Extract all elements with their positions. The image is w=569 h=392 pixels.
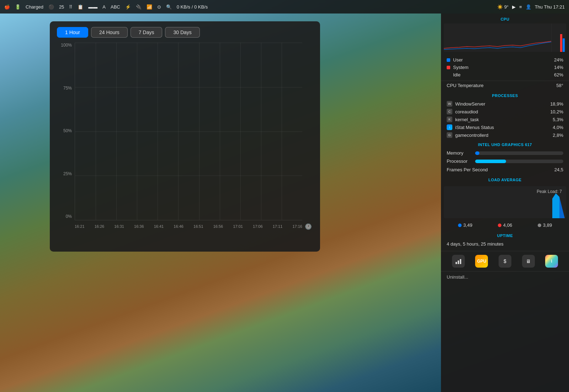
font-abc: ABC bbox=[111, 4, 120, 10]
gpu-section-header: INTEL UHD GRAPHICS 617 bbox=[441, 139, 569, 149]
mini-graph-side bbox=[552, 23, 566, 52]
menu-extras-icon[interactable]: ≡ bbox=[519, 4, 522, 10]
process-istat-value: 4,0% bbox=[553, 125, 563, 130]
svg-marker-1 bbox=[552, 193, 559, 218]
vgrid-5 bbox=[178, 43, 179, 220]
process-coreaudiod-label: C coreaudiod bbox=[447, 109, 550, 114]
gpu-memory-fill bbox=[475, 151, 479, 155]
x-label-6: 16:51 bbox=[193, 224, 203, 229]
gpu-memory-row: Memory bbox=[441, 149, 569, 157]
vgrid-2 bbox=[116, 43, 117, 220]
load-5min-value: 4,06 bbox=[503, 222, 512, 228]
load-section-header: LOAD AVERAGE bbox=[441, 174, 569, 184]
process-kernel: K kernel_task 5,3% bbox=[441, 116, 569, 123]
battery-status: Charged bbox=[26, 4, 43, 10]
mercury-icon: ⚫ bbox=[48, 4, 54, 10]
wifi-icon: 📶 bbox=[147, 4, 152, 10]
tab-7days[interactable]: 7 Days bbox=[131, 27, 163, 38]
menubar-left: 🍎 🔋 Charged ⚫ 25 ⠿ 📋 ▬▬ A ABC ⚡ 🔌 📶 ⊙ 🔍 … bbox=[4, 4, 497, 10]
process-gamecontrollerd: G gamecontrollerd 2,8% bbox=[441, 131, 569, 139]
process-icon-ws: W bbox=[447, 101, 452, 107]
grid-line-50 bbox=[75, 131, 302, 132]
mini-cpu-graph bbox=[444, 23, 566, 52]
load-graph: Peak Load: 7 bbox=[444, 186, 566, 218]
toolbar-btn-display[interactable]: 🖥 bbox=[522, 255, 535, 268]
cpu-system-row: System 14% bbox=[447, 64, 563, 71]
temp-display: ☀️ 9° bbox=[497, 4, 509, 10]
load-1min-value: 3,49 bbox=[463, 222, 472, 228]
cpu-section-header: CPU bbox=[441, 14, 569, 23]
cpu-temp-value: 58° bbox=[556, 83, 563, 88]
menubar-datetime: Thu Thu 17:21 bbox=[535, 4, 565, 10]
menubar: 🍎 🔋 Charged ⚫ 25 ⠿ 📋 ▬▬ A ABC ⚡ 🔌 📶 ⊙ 🔍 … bbox=[0, 0, 569, 14]
location-icon: ⊙ bbox=[157, 4, 161, 10]
svg-rect-2 bbox=[456, 262, 457, 264]
y-label-100: 100% bbox=[57, 43, 74, 48]
uptime-section-header: UPTIME bbox=[441, 230, 569, 240]
tab-30days[interactable]: 30 Days bbox=[165, 27, 200, 38]
svg-rect-4 bbox=[460, 259, 461, 264]
uptime-row: 4 days, 5 hours, 25 minutes bbox=[447, 241, 563, 247]
cpu-user-value: 24% bbox=[554, 57, 563, 63]
search-icon[interactable]: 🔍 bbox=[166, 4, 172, 10]
process-icon-gc: G bbox=[447, 132, 452, 138]
battery2-icon: 🔌 bbox=[136, 4, 142, 10]
tab-24hours[interactable]: 24 Hours bbox=[91, 27, 128, 38]
cpu-system-value: 14% bbox=[554, 65, 563, 70]
uptime-section: 4 days, 5 hours, 25 minutes bbox=[441, 240, 569, 249]
cpu-user-label: User bbox=[447, 57, 463, 63]
load-spike-svg bbox=[545, 192, 565, 218]
grid-line-75 bbox=[75, 87, 302, 87]
cpu-wave-svg bbox=[444, 39, 551, 50]
gpu-memory-track bbox=[475, 151, 563, 155]
cpu-graph-panel: 1 Hour 24 Hours 7 Days 30 Days 100% 75% … bbox=[50, 21, 320, 252]
x-label-10: 17:11 bbox=[273, 224, 283, 229]
process-coreaudiod-value: 10,2% bbox=[550, 109, 563, 114]
vgrid-7 bbox=[220, 43, 220, 220]
gpu-processor-track bbox=[475, 160, 563, 163]
vgrid-4 bbox=[158, 43, 158, 220]
load-dot-gray bbox=[538, 224, 541, 227]
gpu-processor-label: Processor bbox=[447, 159, 472, 164]
uninstall-button[interactable]: Uninstall... bbox=[447, 274, 468, 280]
tab-1hour[interactable]: 1 Hour bbox=[57, 27, 88, 38]
play-icon[interactable]: ▶ bbox=[512, 4, 516, 10]
y-label-25: 25% bbox=[57, 171, 74, 176]
process-icon-kt: K bbox=[447, 117, 452, 122]
bluetooth-icon: ⚡ bbox=[125, 4, 131, 10]
cpu-idle-row: Idle 62% bbox=[447, 71, 563, 79]
apple-icon[interactable]: 🍎 bbox=[4, 4, 10, 10]
x-axis-labels: 16:21 16:26 16:31 16:36 16:41 16:46 16:5… bbox=[75, 222, 302, 231]
y-label-75: 75% bbox=[57, 86, 74, 91]
gpu-icon: GPU bbox=[477, 259, 486, 264]
cpu-idle-value: 62% bbox=[554, 72, 563, 77]
user-icon[interactable]: 👤 bbox=[526, 4, 531, 10]
load-stats: 3,49 4,06 3,89 bbox=[441, 220, 569, 230]
grid-line-top bbox=[75, 43, 302, 43]
fps-row: Frames Per Second 24,5 bbox=[441, 165, 569, 174]
cpu-user-row: User 24% bbox=[447, 56, 563, 64]
x-label-8: 17:01 bbox=[233, 224, 243, 229]
mini-graph-main bbox=[444, 23, 551, 52]
x-label-9: 17:06 bbox=[253, 224, 263, 229]
y-axis-labels: 100% 75% 50% 25% 0% bbox=[57, 43, 74, 220]
cpu-temp-label: CPU Temperature bbox=[447, 83, 484, 88]
grid-line-25 bbox=[75, 176, 302, 176]
load-dot-blue bbox=[458, 224, 462, 227]
load-stat-1min: 3,49 bbox=[458, 222, 472, 228]
clipboard-icon: 📋 bbox=[78, 4, 83, 10]
toolbar-btn-istat[interactable]: i bbox=[545, 255, 558, 268]
processes-section-header: PROCESSES bbox=[441, 90, 569, 100]
y-label-50: 50% bbox=[57, 128, 74, 133]
toolbar-btn-gpu[interactable]: GPU bbox=[475, 255, 488, 268]
bottom-toolbar: GPU $ 🖥 i bbox=[441, 251, 569, 271]
toolbar-btn-stats[interactable] bbox=[452, 255, 465, 268]
toolbar-btn-terminal[interactable]: $ bbox=[499, 255, 511, 268]
load-stat-15min: 3,89 bbox=[538, 222, 552, 228]
process-icon-istat: i bbox=[447, 124, 452, 130]
display-icon: 🖥 bbox=[526, 258, 531, 264]
time-tabs: 1 Hour 24 Hours 7 Days 30 Days bbox=[57, 27, 313, 38]
process-kernel-label: K kernel_task bbox=[447, 117, 553, 122]
x-label-1: 16:26 bbox=[95, 224, 105, 229]
process-gc-value: 2,8% bbox=[553, 133, 563, 138]
